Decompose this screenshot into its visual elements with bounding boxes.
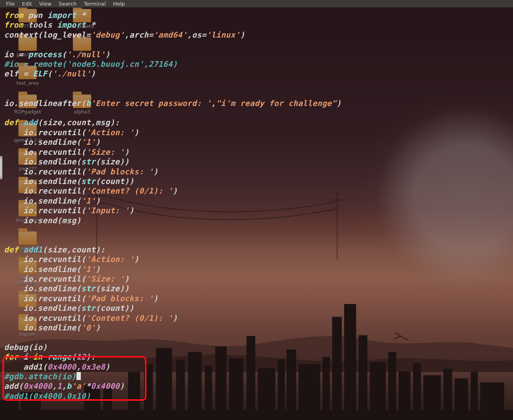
menu-search[interactable]: Search: [55, 0, 80, 7]
terminal-menubar: File Edit View Search Terminal Help: [0, 0, 513, 8]
panel-edge-handle[interactable]: [0, 156, 2, 179]
menu-view[interactable]: View: [36, 0, 55, 7]
terminal-pane[interactable]: from pwn import * from tools import * co…: [0, 8, 513, 420]
menu-file[interactable]: File: [2, 0, 18, 7]
code-content[interactable]: from pwn import * from tools import * co…: [0, 8, 513, 420]
menu-terminal[interactable]: Terminal: [80, 0, 109, 7]
text-cursor: [76, 372, 81, 380]
menu-help[interactable]: Help: [109, 0, 128, 7]
menu-edit[interactable]: Edit: [18, 0, 36, 7]
